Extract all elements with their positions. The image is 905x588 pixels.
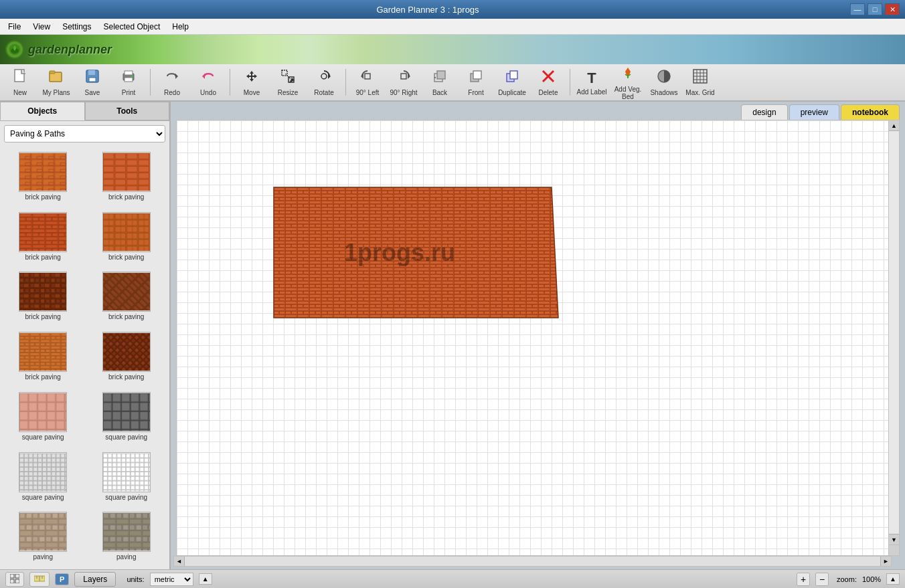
units-select[interactable]: metric imperial: [150, 573, 193, 586]
canvas-svg: 1progs.ru: [177, 120, 899, 555]
rotate-right-button[interactable]: 90° Right: [386, 66, 421, 98]
myplans-label: My Plans: [42, 89, 70, 96]
units-label: units:: [127, 575, 144, 583]
add-label-button[interactable]: T Add Label: [574, 66, 609, 98]
add-label-label: Add Label: [576, 88, 606, 96]
svg-rect-85: [103, 393, 150, 431]
undo-icon: [200, 68, 216, 88]
menu-help[interactable]: Help: [167, 21, 194, 33]
zoom-out-button[interactable]: −: [815, 573, 829, 586]
tab-notebook[interactable]: notebook: [841, 104, 900, 120]
rotate-button[interactable]: Rotate: [307, 66, 341, 98]
list-item[interactable]: square paving: [86, 450, 167, 507]
svg-point-20: [321, 74, 327, 79]
zoom-up-button[interactable]: ▲: [886, 573, 900, 585]
tab-tools[interactable]: Tools: [85, 102, 170, 120]
delete-label: Delete: [539, 89, 558, 96]
svg-rect-116: [10, 579, 14, 583]
list-item[interactable]: paving: [3, 509, 84, 567]
list-item[interactable]: square paving: [3, 389, 84, 447]
max-grid-icon: [692, 68, 708, 88]
layers-button[interactable]: Layers: [74, 572, 116, 587]
tab-preview[interactable]: preview: [789, 104, 839, 120]
front-icon: [468, 68, 484, 88]
menu-settings[interactable]: Settings: [57, 21, 96, 33]
list-item[interactable]: brick paving: [86, 209, 167, 267]
paragraph-button[interactable]: P: [55, 573, 69, 585]
logo-icon: [5, 40, 24, 59]
maximize-button[interactable]: □: [868, 3, 882, 15]
svg-rect-102: [19, 513, 66, 551]
list-item[interactable]: brick paving: [3, 209, 84, 267]
save-button[interactable]: Save: [75, 66, 110, 98]
svg-marker-14: [246, 71, 257, 82]
category-select[interactable]: Paving & Paths Plants Structures Water F…: [4, 125, 165, 142]
resize-button[interactable]: Resize: [270, 66, 305, 98]
svg-rect-31: [510, 71, 517, 79]
zoom-in-button[interactable]: +: [797, 573, 810, 586]
print-button[interactable]: Print: [111, 66, 146, 98]
move-icon: [244, 68, 260, 88]
duplicate-button[interactable]: Duplicate: [495, 66, 529, 98]
menu-file[interactable]: File: [3, 21, 26, 33]
list-item[interactable]: square paving: [3, 450, 84, 507]
back-button[interactable]: Back: [422, 66, 457, 98]
list-item[interactable]: brick paving: [86, 269, 167, 326]
object-thumbnail: [19, 272, 67, 312]
vertical-scrollbar[interactable]: ▲ ▼: [888, 120, 899, 545]
canvas-wrapper[interactable]: 1progs.ru ▲ ▼: [176, 120, 900, 556]
object-thumbnail: [19, 452, 67, 492]
rotate-left-icon: [359, 68, 376, 88]
horizontal-scrollbar[interactable]: ◄ ►: [173, 556, 892, 567]
svg-rect-68: [103, 273, 150, 310]
svg-point-11: [131, 76, 133, 78]
myplans-button[interactable]: My Plans: [39, 66, 74, 98]
save-icon: [84, 68, 100, 88]
list-item[interactable]: brick paving: [3, 269, 84, 326]
add-veg-bed-button[interactable]: Add Veg. Bed: [610, 66, 645, 98]
svg-rect-49: [103, 153, 150, 191]
resize-label: Resize: [278, 89, 299, 96]
rotate-left-button[interactable]: 90° Left: [350, 66, 385, 98]
list-item[interactable]: square paving: [86, 389, 167, 447]
list-item[interactable]: brick paving: [86, 149, 167, 207]
move-button[interactable]: Move: [234, 66, 269, 98]
menu-selected-object[interactable]: Selected Object: [98, 21, 166, 33]
add-veg-bed-icon: [620, 65, 636, 84]
app-header: gardenplanner: [0, 35, 905, 64]
svg-rect-107: [103, 513, 150, 551]
undo-button[interactable]: Undo: [191, 66, 226, 98]
tab-objects[interactable]: Objects: [0, 102, 85, 120]
object-label: brick paving: [25, 373, 61, 381]
redo-button[interactable]: Redo: [155, 66, 189, 98]
menu-view[interactable]: View: [27, 21, 56, 33]
object-label: paving: [116, 553, 136, 561]
ruler-button[interactable]: [29, 572, 50, 587]
object-thumbnail: [102, 332, 151, 372]
shadows-button[interactable]: Shadows: [647, 66, 681, 98]
list-item[interactable]: paving: [86, 509, 167, 567]
front-label: Front: [468, 89, 483, 96]
tab-design[interactable]: design: [741, 104, 787, 120]
delete-button[interactable]: Delete: [531, 66, 566, 98]
svg-marker-13: [202, 74, 205, 79]
close-button[interactable]: ✕: [885, 3, 900, 15]
max-grid-button[interactable]: Max. Grid: [683, 66, 718, 98]
svg-line-17: [285, 74, 291, 79]
duplicate-icon: [504, 68, 520, 88]
list-item[interactable]: brick paving: [3, 329, 84, 387]
units-up-button[interactable]: ▲: [199, 573, 212, 585]
new-button[interactable]: New: [3, 66, 37, 98]
list-item[interactable]: brick paving: [3, 149, 84, 207]
window-title: Garden Planner 3 : 1progs: [5, 5, 850, 15]
object-label: paving: [33, 553, 53, 561]
minimize-button[interactable]: —: [850, 3, 865, 15]
grid-view-button[interactable]: [5, 572, 24, 587]
front-button[interactable]: Front: [459, 66, 493, 98]
rotate-right-icon: [396, 68, 412, 88]
object-thumbnail: [102, 512, 151, 552]
logo: gardenplanner: [5, 40, 112, 59]
object-thumbnail: [102, 452, 151, 492]
redo-label: Redo: [164, 89, 180, 96]
list-item[interactable]: brick paving: [86, 329, 167, 387]
